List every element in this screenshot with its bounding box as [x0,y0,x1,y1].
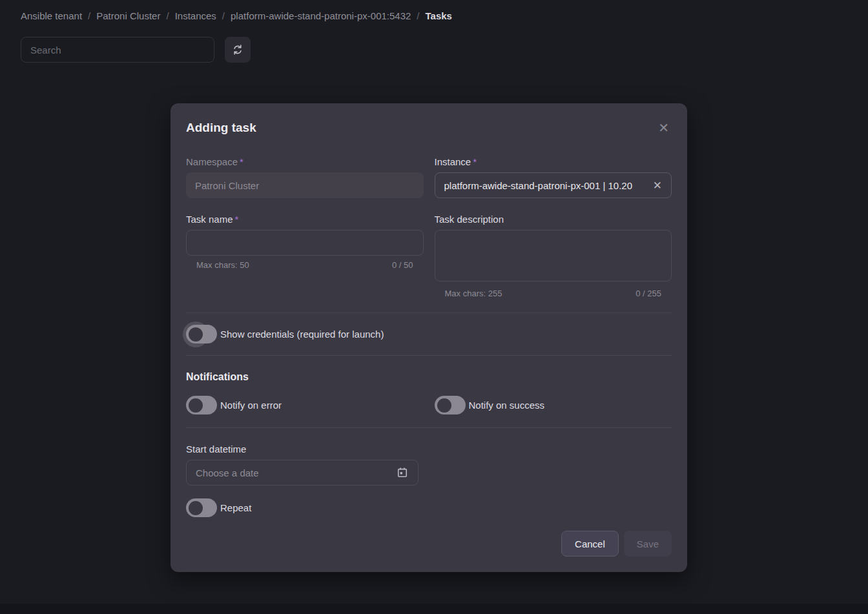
notifications-row: Notify on error Notify on success [186,391,672,419]
show-credentials-toggle[interactable] [186,325,217,343]
breadcrumb-separator: / [88,10,90,21]
refresh-icon [231,43,244,56]
adding-task-modal: Adding task ✕ Namespace* Patroni Cluster… [170,103,687,572]
search-input[interactable] [21,37,214,63]
footer-strip [0,604,868,614]
notify-on-success-toggle[interactable] [435,396,466,414]
notify-on-success-label: Notify on success [469,400,545,411]
modal-header: Adding task ✕ [186,120,672,136]
task-name-max-hint: Max chars: 50 [196,260,249,270]
show-credentials-label: Show credentials (required for launch) [220,329,384,340]
breadcrumb-item-instance[interactable]: platform-awide-stand-patroni-px-001:5432 [231,10,411,21]
namespace-field-group: Namespace* Patroni Cluster [186,156,424,198]
breadcrumb-separator: / [222,10,225,21]
calendar-icon[interactable] [396,466,409,479]
task-name-counter: 0 / 50 [392,260,413,270]
breadcrumb-item-tenant[interactable]: Ansible tenant [21,10,82,21]
modal-title: Adding task [186,121,256,135]
repeat-row: Repeat [186,498,672,517]
show-credentials-row: Show credentials (required for launch) [186,313,672,355]
toggle-knob [189,327,203,342]
clear-icon[interactable]: ✕ [653,179,662,192]
breadcrumb-item-tasks: Tasks [426,10,452,21]
breadcrumb: Ansible tenant / Patroni Cluster / Insta… [0,0,868,21]
task-description-label: Task description [435,214,672,225]
notify-on-error-label: Notify on error [220,400,282,411]
notify-error-cell: Notify on error [186,391,424,419]
toggle-knob [437,398,451,413]
task-description-helper-row: Max chars: 255 0 / 255 [435,289,672,298]
task-name-input[interactable] [186,230,424,256]
namespace-input: Patroni Cluster [186,172,424,198]
task-name-helper-row: Max chars: 50 0 / 50 [186,260,424,270]
modal-footer: Cancel Save [186,531,672,557]
start-datetime-label: Start datetime [186,444,672,455]
toggle-knob [189,398,203,413]
repeat-label: Repeat [220,502,251,513]
divider [186,355,672,356]
close-icon[interactable]: ✕ [656,120,672,136]
task-description-input[interactable] [435,230,672,281]
instance-field-group: Instance* platform-awide-stand-patroni-p… [435,156,672,198]
refresh-button[interactable] [225,37,251,63]
task-description-max-hint: Max chars: 255 [445,289,502,298]
required-asterisk: * [473,156,477,167]
required-asterisk: * [235,214,239,225]
breadcrumb-separator: / [417,10,419,21]
start-datetime-placeholder: Choose a date [196,467,396,478]
instance-input[interactable]: platform-awide-stand-patroni-px-001 | 10… [435,172,672,198]
task-name-field-group: Task name* Max chars: 50 0 / 50 [186,214,424,298]
breadcrumb-item-cluster[interactable]: Patroni Cluster [96,10,160,21]
instance-label: Instance* [435,156,672,167]
task-description-counter: 0 / 255 [636,289,661,298]
divider [186,427,672,428]
name-description-row: Task name* Max chars: 50 0 / 50 Task des… [186,214,672,298]
namespace-value: Patroni Cluster [195,180,415,191]
toggle-knob [189,501,203,515]
task-name-label-text: Task name [186,214,233,225]
save-button[interactable]: Save [624,531,672,557]
notify-success-cell: Notify on success [435,391,672,419]
breadcrumb-item-instances[interactable]: Instances [175,10,216,21]
namespace-label-text: Namespace [186,156,238,167]
namespace-label: Namespace* [186,156,424,167]
task-description-label-text: Task description [435,214,504,225]
task-description-field-group: Task description Max chars: 255 0 / 255 [435,214,672,298]
cancel-button[interactable]: Cancel [561,531,619,557]
instance-value: platform-awide-stand-patroni-px-001 | 10… [444,180,646,191]
breadcrumb-separator: / [166,10,169,21]
start-datetime-input[interactable]: Choose a date [186,460,418,486]
notifications-heading: Notifications [186,371,672,383]
required-asterisk: * [240,156,243,167]
instance-label-text: Instance [435,156,471,167]
repeat-toggle[interactable] [186,498,217,517]
notify-on-error-toggle[interactable] [186,396,217,414]
toolbar [0,21,868,63]
namespace-instance-row: Namespace* Patroni Cluster Instance* pla… [186,156,672,198]
task-name-label: Task name* [186,214,424,225]
